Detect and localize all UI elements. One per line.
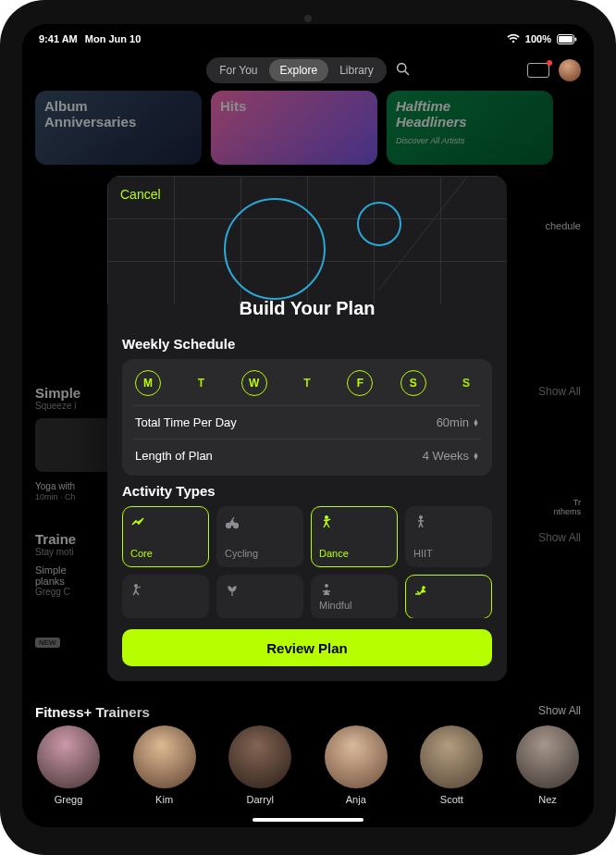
trainer-photo [228,725,291,788]
show-all-link[interactable]: Show All [538,704,581,720]
trainers-title: Fitness+ Trainers [35,704,150,720]
bg-section-sub: Squeeze i [35,401,100,411]
day-toggle-thu[interactable]: T [294,370,320,396]
svg-point-9 [135,585,138,588]
bg-thumb-subcaption: 10min · Ch [35,492,76,502]
new-badge: NEW [35,638,60,648]
svg-point-8 [419,515,422,518]
activity-types-label: Activity Types [122,483,492,499]
activity-grid: Core Cycling Dance HIIT [122,506,492,618]
bg-card-halftime[interactable]: Halftime Headliners Discover All Artists [387,91,553,165]
trainer-name: Gregg [55,794,83,805]
activity-label: Cycling [225,548,295,559]
trainers-section: Fitness+ Trainers Show All Gregg Kim Dar… [22,699,594,805]
trainer-name: Anja [346,794,366,805]
trainer-item[interactable]: Nez [514,725,581,805]
day-toggle-fri[interactable]: F [347,370,373,396]
bg-right-text: chedule [545,220,581,231]
trainer-name: Scott [440,794,463,805]
setting-value: 60min [437,415,469,429]
show-all-link[interactable]: Show All [538,385,581,398]
pilates-icon [413,583,428,598]
trainer-item[interactable]: Kim [131,725,198,805]
cycling-icon [225,514,240,529]
bg-right-text: nthems [553,507,581,516]
stepper-icon: ▲▼ [473,452,479,460]
review-plan-button[interactable]: Review Plan [122,629,492,666]
trainer-item[interactable]: Gregg [35,725,102,805]
activity-core[interactable]: Core [122,506,209,567]
activity-pilates[interactable] [405,575,492,618]
activity-label: Dance [319,548,389,559]
cancel-button[interactable]: Cancel [120,187,161,202]
trainer-photo [37,725,100,788]
svg-point-10 [326,585,328,588]
mindful-icon [319,583,334,598]
dance-icon [319,514,334,529]
day-toggle-sun[interactable]: S [453,370,479,396]
setting-plan-length[interactable]: Length of Plan 4 Weeks ▲▼ [133,439,481,472]
bg-section-title: Simple [35,385,100,401]
bg-right-text: Tr [553,498,581,507]
day-toggle-wed[interactable]: W [241,370,267,396]
sheet-header-graphic: Cancel [107,176,507,304]
stepper-icon: ▲▼ [473,419,479,427]
svg-point-11 [423,587,425,589]
bg-card-text: Headliners [396,114,467,130]
hiit-icon [413,514,428,529]
bg-card-text: Halftime [396,98,450,114]
trainer-photo [516,725,579,788]
bg-card-line: Simple [35,564,102,576]
bg-section-title: Traine [35,531,100,547]
activity-dance[interactable]: Dance [311,506,398,567]
bg-thumb-caption: Yoga with [35,481,75,491]
show-all-link[interactable]: Show All [538,531,581,544]
day-toggle-mon[interactable]: M [135,370,161,396]
svg-point-7 [325,515,327,518]
bg-card-subtext: Discover All Artists [396,136,464,145]
days-row: M T W T F S S [133,368,481,405]
trainer-photo [420,725,483,788]
bg-section-sub: Stay moti [35,547,100,557]
setting-label: Total Time Per Day [135,415,237,429]
weekly-schedule-card: M T W T F S S Total Time Per Day 60min ▲… [122,359,492,476]
bg-card-hits[interactable]: Hits [211,91,377,165]
trainer-name: Kim [155,794,173,805]
setting-label: Length of Plan [135,449,213,463]
home-indicator[interactable] [253,818,363,822]
activity-meditation[interactable] [216,575,303,618]
figure-icon [130,583,145,598]
bg-card-text: Album [44,98,88,114]
activity-label: Mindful [319,600,389,611]
core-icon [130,514,145,529]
trainer-photo [325,725,388,788]
bg-card-text: Anniversaries [44,114,136,130]
activity-kickboxing[interactable] [122,575,209,618]
trainer-photo [133,725,196,788]
bg-card-text: Hits [220,98,246,114]
bg-card-anniversaries[interactable]: AlbumAnniversaries [35,91,202,165]
day-toggle-sat[interactable]: S [400,370,426,396]
build-plan-sheet: Cancel Build Your Plan Weekly Schedule M… [107,176,507,681]
front-camera [304,15,312,22]
setting-value: 4 Weeks [423,449,469,463]
bg-thumb[interactable] [35,418,115,472]
bg-card-line: Gregg C [35,587,102,597]
trainer-item[interactable]: Scott [418,725,485,805]
activity-label: HIIT [413,548,484,559]
plant-icon [225,583,240,598]
trainer-name: Darryl [247,794,274,805]
trainer-item[interactable]: Anja [323,725,389,805]
activity-label: Core [130,548,201,559]
activity-mindful[interactable]: Mindful [311,575,398,618]
day-toggle-tue[interactable]: T [188,370,214,396]
activity-cycling[interactable]: Cycling [216,506,303,567]
activity-hiit[interactable]: HIIT [405,506,492,567]
weekly-schedule-label: Weekly Schedule [122,336,492,352]
trainer-item[interactable]: Darryl [227,725,293,805]
trainer-name: Nez [538,794,557,805]
bg-card-line: planks [35,576,102,587]
setting-total-time[interactable]: Total Time Per Day 60min ▲▼ [133,405,481,439]
